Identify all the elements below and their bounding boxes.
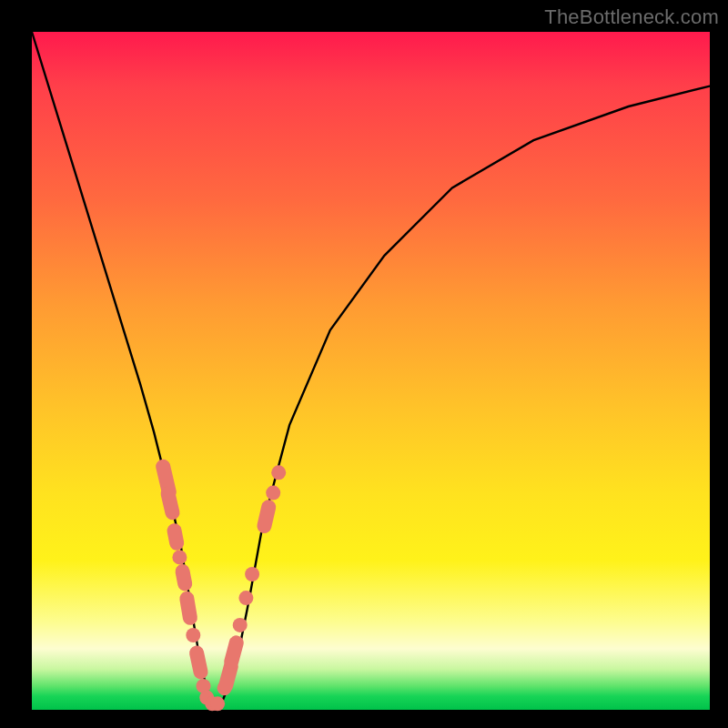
data-segment <box>222 634 245 671</box>
data-point <box>186 628 200 642</box>
data-point <box>233 618 248 632</box>
data-markers <box>155 458 287 711</box>
data-point <box>266 486 280 500</box>
data-point <box>245 567 259 581</box>
bottleneck-curve <box>32 32 710 703</box>
data-segment <box>188 644 209 681</box>
data-point <box>210 696 225 711</box>
watermark-text: TheBottleneck.com <box>544 5 719 29</box>
data-segment <box>178 591 198 626</box>
data-point <box>271 465 286 480</box>
data-segment <box>166 522 185 551</box>
chart-frame: TheBottleneck.com <box>0 0 728 728</box>
plot-area <box>32 32 710 710</box>
data-segment <box>159 485 181 521</box>
data-segment <box>174 563 193 592</box>
data-point <box>238 591 253 605</box>
data-segment <box>256 499 278 535</box>
chart-svg <box>32 32 710 710</box>
data-point <box>172 550 187 564</box>
